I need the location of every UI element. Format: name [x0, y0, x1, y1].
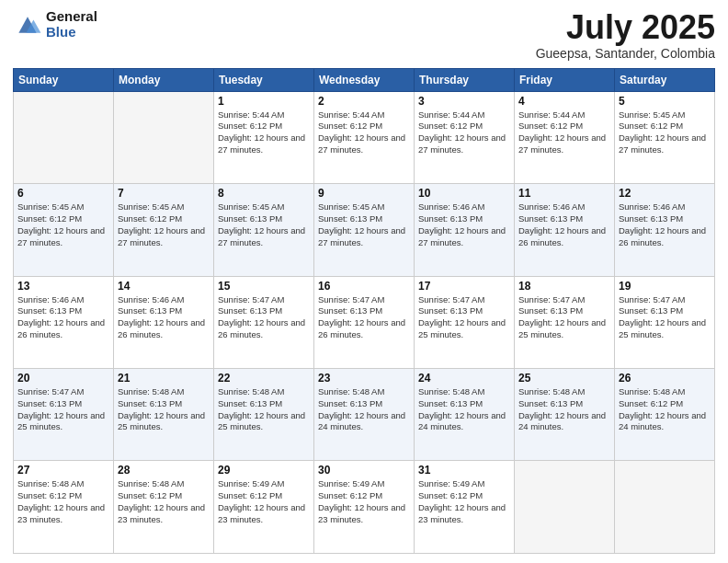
calendar-cell-1-7: 5Sunrise: 5:45 AMSunset: 6:12 PMDaylight… — [615, 91, 715, 183]
calendar-cell-3-7: 19Sunrise: 5:47 AMSunset: 6:13 PMDayligh… — [615, 276, 715, 368]
calendar-cell-4-5: 24Sunrise: 5:48 AMSunset: 6:13 PMDayligh… — [415, 369, 515, 461]
day-info: Sunrise: 5:46 AMSunset: 6:13 PMDaylight:… — [619, 201, 711, 248]
day-number: 6 — [17, 187, 109, 200]
day-number: 20 — [17, 372, 109, 385]
col-tuesday: Tuesday — [214, 68, 314, 91]
day-info: Sunrise: 5:46 AMSunset: 6:13 PMDaylight:… — [518, 201, 610, 248]
calendar-cell-1-2 — [114, 91, 214, 183]
day-info: Sunrise: 5:48 AMSunset: 6:13 PMDaylight:… — [118, 386, 210, 433]
day-number: 29 — [218, 464, 310, 477]
day-info: Sunrise: 5:47 AMSunset: 6:13 PMDaylight:… — [218, 294, 310, 341]
day-number: 26 — [619, 372, 711, 385]
day-number: 25 — [518, 372, 610, 385]
day-info: Sunrise: 5:48 AMSunset: 6:13 PMDaylight:… — [418, 386, 510, 433]
calendar-cell-1-5: 3Sunrise: 5:44 AMSunset: 6:12 PMDaylight… — [415, 91, 515, 183]
calendar-cell-1-4: 2Sunrise: 5:44 AMSunset: 6:12 PMDaylight… — [314, 91, 415, 183]
logo-blue-text: Blue — [46, 25, 97, 40]
day-number: 5 — [619, 95, 711, 108]
day-info: Sunrise: 5:48 AMSunset: 6:13 PMDaylight:… — [218, 386, 310, 433]
day-number: 24 — [418, 372, 510, 385]
calendar-week-row-3: 13Sunrise: 5:46 AMSunset: 6:13 PMDayligh… — [14, 276, 715, 368]
day-number: 11 — [518, 187, 610, 200]
day-info: Sunrise: 5:49 AMSunset: 6:12 PMDaylight:… — [318, 478, 410, 525]
day-info: Sunrise: 5:48 AMSunset: 6:13 PMDaylight:… — [318, 386, 410, 433]
day-number: 7 — [118, 187, 210, 200]
calendar-cell-2-1: 6Sunrise: 5:45 AMSunset: 6:12 PMDaylight… — [14, 184, 114, 276]
day-info: Sunrise: 5:46 AMSunset: 6:13 PMDaylight:… — [17, 294, 109, 341]
day-number: 3 — [418, 95, 510, 108]
title-block: July 2025 Gueepsa, Santander, Colombia — [536, 9, 715, 61]
day-info: Sunrise: 5:49 AMSunset: 6:12 PMDaylight:… — [418, 478, 510, 525]
calendar-cell-3-6: 18Sunrise: 5:47 AMSunset: 6:13 PMDayligh… — [515, 276, 615, 368]
calendar-cell-2-7: 12Sunrise: 5:46 AMSunset: 6:13 PMDayligh… — [615, 184, 715, 276]
day-info: Sunrise: 5:45 AMSunset: 6:13 PMDaylight:… — [218, 201, 310, 248]
calendar-header-row: Sunday Monday Tuesday Wednesday Thursday… — [14, 68, 715, 91]
calendar-week-row-1: 1Sunrise: 5:44 AMSunset: 6:12 PMDaylight… — [14, 91, 715, 183]
calendar-cell-4-7: 26Sunrise: 5:48 AMSunset: 6:12 PMDayligh… — [615, 369, 715, 461]
col-monday: Monday — [114, 68, 214, 91]
calendar-cell-5-6 — [515, 461, 615, 554]
calendar-cell-2-4: 9Sunrise: 5:45 AMSunset: 6:13 PMDaylight… — [314, 184, 415, 276]
day-info: Sunrise: 5:48 AMSunset: 6:12 PMDaylight:… — [17, 478, 109, 525]
calendar-table: Sunday Monday Tuesday Wednesday Thursday… — [13, 68, 715, 554]
day-info: Sunrise: 5:45 AMSunset: 6:12 PMDaylight:… — [118, 201, 210, 248]
day-number: 23 — [318, 372, 410, 385]
calendar-cell-2-2: 7Sunrise: 5:45 AMSunset: 6:12 PMDaylight… — [114, 184, 214, 276]
calendar-cell-3-4: 16Sunrise: 5:47 AMSunset: 6:13 PMDayligh… — [314, 276, 415, 368]
day-info: Sunrise: 5:44 AMSunset: 6:12 PMDaylight:… — [318, 109, 410, 156]
logo-icon — [13, 12, 42, 38]
calendar-cell-2-6: 11Sunrise: 5:46 AMSunset: 6:13 PMDayligh… — [515, 184, 615, 276]
day-info: Sunrise: 5:48 AMSunset: 6:12 PMDaylight:… — [118, 478, 210, 525]
day-number: 12 — [619, 187, 711, 200]
col-saturday: Saturday — [615, 68, 715, 91]
col-thursday: Thursday — [415, 68, 515, 91]
calendar-cell-1-3: 1Sunrise: 5:44 AMSunset: 6:12 PMDaylight… — [214, 91, 314, 183]
day-number: 19 — [619, 280, 711, 293]
calendar-cell-3-1: 13Sunrise: 5:46 AMSunset: 6:13 PMDayligh… — [14, 276, 114, 368]
location-subtitle: Gueepsa, Santander, Colombia — [536, 46, 715, 61]
day-number: 13 — [17, 280, 109, 293]
day-info: Sunrise: 5:49 AMSunset: 6:12 PMDaylight:… — [218, 478, 310, 525]
day-number: 21 — [118, 372, 210, 385]
day-info: Sunrise: 5:48 AMSunset: 6:13 PMDaylight:… — [518, 386, 610, 433]
day-number: 8 — [218, 187, 310, 200]
calendar-cell-1-6: 4Sunrise: 5:44 AMSunset: 6:12 PMDaylight… — [515, 91, 615, 183]
day-info: Sunrise: 5:45 AMSunset: 6:12 PMDaylight:… — [619, 109, 711, 156]
col-sunday: Sunday — [14, 68, 114, 91]
day-number: 9 — [318, 187, 410, 200]
day-info: Sunrise: 5:47 AMSunset: 6:13 PMDaylight:… — [318, 294, 410, 341]
col-friday: Friday — [515, 68, 615, 91]
day-number: 28 — [118, 464, 210, 477]
day-number: 16 — [318, 280, 410, 293]
calendar-cell-2-5: 10Sunrise: 5:46 AMSunset: 6:13 PMDayligh… — [415, 184, 515, 276]
day-info: Sunrise: 5:47 AMSunset: 6:13 PMDaylight:… — [17, 386, 109, 433]
logo-text: General Blue — [46, 9, 97, 40]
calendar-cell-5-3: 29Sunrise: 5:49 AMSunset: 6:12 PMDayligh… — [214, 461, 314, 554]
calendar-week-row-2: 6Sunrise: 5:45 AMSunset: 6:12 PMDaylight… — [14, 184, 715, 276]
day-info: Sunrise: 5:45 AMSunset: 6:13 PMDaylight:… — [318, 201, 410, 248]
day-number: 15 — [218, 280, 310, 293]
calendar-cell-3-2: 14Sunrise: 5:46 AMSunset: 6:13 PMDayligh… — [114, 276, 214, 368]
day-info: Sunrise: 5:44 AMSunset: 6:12 PMDaylight:… — [418, 109, 510, 156]
day-number: 4 — [518, 95, 610, 108]
month-title: July 2025 — [536, 9, 715, 46]
day-number: 1 — [218, 95, 310, 108]
day-number: 31 — [418, 464, 510, 477]
calendar-cell-5-1: 27Sunrise: 5:48 AMSunset: 6:12 PMDayligh… — [14, 461, 114, 554]
day-info: Sunrise: 5:45 AMSunset: 6:12 PMDaylight:… — [17, 201, 109, 248]
calendar-cell-5-4: 30Sunrise: 5:49 AMSunset: 6:12 PMDayligh… — [314, 461, 415, 554]
calendar-cell-2-3: 8Sunrise: 5:45 AMSunset: 6:13 PMDaylight… — [214, 184, 314, 276]
calendar-cell-5-7 — [615, 461, 715, 554]
day-number: 18 — [518, 280, 610, 293]
calendar-cell-4-4: 23Sunrise: 5:48 AMSunset: 6:13 PMDayligh… — [314, 369, 415, 461]
day-number: 14 — [118, 280, 210, 293]
day-number: 10 — [418, 187, 510, 200]
logo: General Blue — [13, 9, 97, 40]
calendar-cell-5-5: 31Sunrise: 5:49 AMSunset: 6:12 PMDayligh… — [415, 461, 515, 554]
day-info: Sunrise: 5:47 AMSunset: 6:13 PMDaylight:… — [619, 294, 711, 341]
day-number: 17 — [418, 280, 510, 293]
calendar-week-row-5: 27Sunrise: 5:48 AMSunset: 6:12 PMDayligh… — [14, 461, 715, 554]
day-info: Sunrise: 5:44 AMSunset: 6:12 PMDaylight:… — [518, 109, 610, 156]
day-info: Sunrise: 5:46 AMSunset: 6:13 PMDaylight:… — [418, 201, 510, 248]
day-info: Sunrise: 5:48 AMSunset: 6:12 PMDaylight:… — [619, 386, 711, 433]
